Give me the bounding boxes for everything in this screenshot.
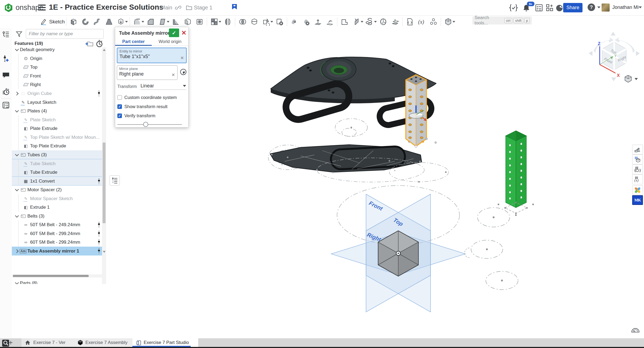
tree-item-plates-folder[interactable]: Plates (4) [12,106,102,115]
clear-entity-icon[interactable]: ✕ [180,55,184,61]
chevron-down-icon[interactable] [14,49,20,51]
sweep-tool-icon[interactable] [91,16,103,27]
vertical-scrollbar[interactable] [102,47,106,284]
add-tab-button[interactable]: + [9,339,13,347]
tab-part-center[interactable]: Part center [115,38,152,46]
fill-surface-tool-icon[interactable] [377,16,389,27]
tree-item-top-plate-extrude[interactable]: Top Plate Extrude [12,141,102,150]
insert-rollback-icon[interactable] [2,55,10,63]
configurations-icon[interactable]: {} [632,165,643,174]
workspace-name[interactable]: Stage 1 [194,5,212,11]
transform-select[interactable]: Linear [140,83,186,90]
variable-tool-icon[interactable]: (x) [416,16,428,27]
suppress-dots-icon[interactable] [98,222,100,228]
help-dropdown-caret[interactable] [597,6,600,8]
tree-item-right-plane[interactable]: Right [12,80,102,89]
appearance-panel-icon[interactable] [632,145,643,154]
entity-to-mirror-field[interactable]: Entity to mirror Tube 1"x1"x5" ✕ [117,48,187,63]
tree-item-origin-cube[interactable]: Origin Cube [12,89,102,98]
learning-center-icon[interactable] [555,4,564,12]
history-stopwatch-icon[interactable] [2,88,10,96]
chevron-down-icon[interactable] [14,110,20,112]
custom-feature-icon[interactable] [404,16,416,27]
tab-versions[interactable]: Exercise 7 - Ver [30,338,81,347]
delete-face-tool-icon[interactable] [300,16,312,27]
verify-transform-checkbox[interactable]: ✓ Verify transform [117,113,155,118]
comment-icon[interactable] [2,71,10,79]
hamburger-menu-icon[interactable] [38,5,46,10]
shell-tool-icon[interactable] [182,16,194,27]
app-store-icon[interactable] [546,4,554,12]
tree-item-motor-spacer-sketch[interactable]: Motor Spacer Sketch [12,194,102,203]
chevron-right-icon[interactable] [14,92,20,95]
thicken-dropdown-caret[interactable] [125,21,128,23]
new-folder-icon[interactable] [85,40,93,47]
display-dropdown-caret[interactable] [453,21,455,23]
show-transform-checkbox[interactable]: ✓ Show transform result [117,104,167,109]
sketch-button[interactable]: Sketch [40,18,65,25]
instances-tool-icon[interactable] [428,16,439,27]
revolve-tool-icon[interactable] [79,16,91,27]
featurescript-icon[interactable] [509,4,518,12]
measure-protractor-icon[interactable] [631,326,640,334]
hole-tool-icon[interactable] [194,16,205,27]
tree-item-origin[interactable]: Origin [12,54,102,63]
transform-dropdown-caret[interactable] [270,21,273,23]
document-title[interactable]: 1E - Practice Exercise Solutions [49,3,163,12]
tree-item-60t-belt-2[interactable]: 60T 5M Belt - 299.24mm [12,238,102,247]
dialog-accept-button[interactable]: ✓ [169,29,179,37]
user-menu-caret[interactable] [639,6,642,8]
clear-plane-icon[interactable]: ✕ [172,72,175,77]
tree-item-tube-sketch[interactable]: Tube Sketch [12,159,102,168]
plane-tool-icon[interactable] [339,16,350,27]
part-table-icon[interactable] [632,155,643,164]
tree-item-extrude-1[interactable]: Extrude 1 [12,203,102,212]
tree-item-1x1-convert[interactable]: 1x1 Convert [12,177,102,186]
tree-item-tube-assembly-mirror[interactable]: AmTube Assembly mirror 1 [12,247,102,255]
parts-section-header[interactable]: Parts (8) [12,279,102,284]
suppress-dots-icon[interactable] [98,231,100,237]
fillet-dropdown-caret[interactable] [142,21,144,23]
delete-part-tool-icon[interactable] [274,16,285,27]
variable-table-icon[interactable]: (x) [632,175,643,184]
dialog-close-icon[interactable]: ✕ [181,29,186,37]
modify-fillet-tool-icon[interactable] [324,16,336,27]
tree-item-plate-sketch[interactable]: Plate Sketch [12,115,102,124]
tree-item-belts-folder[interactable]: Belts (3) [12,212,102,221]
tree-item-default-geometry[interactable]: Default geometry [12,47,102,54]
rollback-stopwatch-icon[interactable] [96,40,103,47]
tree-item-tube-extrude[interactable]: Tube Extrude [12,168,102,177]
chevron-down-icon[interactable] [14,189,20,191]
chevron-right-icon[interactable] [14,250,20,253]
tree-item-top-plate-sketch[interactable]: Top Plate Sketch w/ Motor Moun... [12,133,102,142]
suppress-dots-icon[interactable] [98,178,100,184]
chevron-down-icon[interactable] [14,154,20,156]
tree-item-plate-extrude[interactable]: Plate Extrude [12,124,102,133]
share-button[interactable]: Share [563,3,583,12]
filter-input[interactable] [26,29,104,39]
mkcad-app-icon[interactable]: MK [632,195,643,205]
checkbox-unchecked-icon[interactable] [117,95,122,100]
tab-world-origin[interactable]: World origin [152,38,188,46]
helix-dropdown-caret[interactable] [374,21,377,23]
chevron-down-icon[interactable] [14,215,20,217]
draft-dropdown-caret[interactable] [167,21,169,23]
notes-checklist-icon[interactable] [2,101,10,109]
search-tools-box[interactable]: Search tools... ctrl shift p [472,16,532,24]
replace-face-tool-icon[interactable] [312,16,324,27]
scroll-up-arrow[interactable] [103,49,106,51]
suppress-dots-icon[interactable] [98,239,100,245]
version-link-icon[interactable] [175,5,182,11]
branch-name[interactable]: Main [161,5,172,11]
scrollbar-thumb[interactable] [103,143,106,223]
bottom-plate-part[interactable] [270,145,422,173]
tree-item-layout-sketch[interactable]: Layout Sketch [12,98,102,107]
rib-tool-icon[interactable] [170,16,182,27]
chevron-down-icon[interactable] [14,282,20,284]
surface-dropdown-caret[interactable] [361,21,363,23]
filter-funnel-icon[interactable] [16,31,23,38]
checkbox-checked-icon[interactable]: ✓ [117,104,122,109]
tree-item-motor-spacer-folder[interactable]: Motor Spacer (2) [12,185,102,194]
tasks-checklist-icon[interactable] [535,4,543,12]
tree-item-60t-belt-1[interactable]: 60T 5M Belt - 299.24mm [12,229,102,238]
